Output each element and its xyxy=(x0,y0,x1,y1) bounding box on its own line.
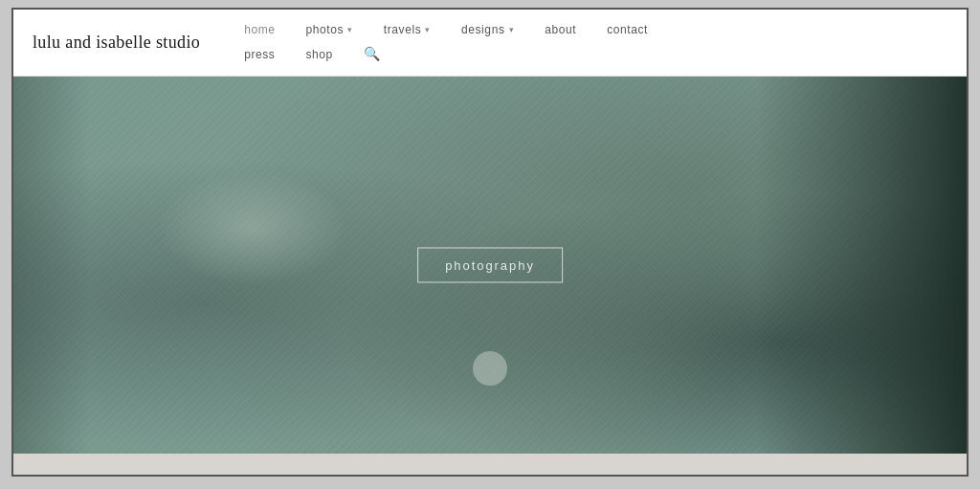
nav-item-contact[interactable]: contact xyxy=(591,19,663,40)
chevron-icon: ▾ xyxy=(347,25,353,34)
chevron-icon: ▾ xyxy=(425,25,431,34)
nav-row-1: home photos ▾ travels ▾ designs ▾ about … xyxy=(229,19,947,40)
site-title: lulu and isabelle studio xyxy=(33,33,200,53)
photography-button[interactable]: photography xyxy=(417,248,563,283)
nav-item-photos[interactable]: photos ▾ xyxy=(291,19,368,40)
nav-item-press[interactable]: press xyxy=(229,44,290,65)
nav-item-travels[interactable]: travels ▾ xyxy=(368,19,446,40)
browser-frame: lulu and isabelle studio home photos ▾ t… xyxy=(11,8,969,477)
hero-section: photography xyxy=(13,77,967,454)
nav-item-designs[interactable]: designs ▾ xyxy=(446,19,529,40)
hero-dot-indicator[interactable] xyxy=(473,351,507,386)
hero-dark-overlay-left xyxy=(13,77,90,454)
nav-container: home photos ▾ travels ▾ designs ▾ about … xyxy=(229,19,947,66)
nav-item-about[interactable]: about xyxy=(529,19,591,40)
hero-light-spot xyxy=(156,170,347,285)
nav-item-home[interactable]: home xyxy=(229,19,290,40)
search-icon[interactable]: 🔍 xyxy=(348,42,395,66)
nav-bar: lulu and isabelle studio home photos ▾ t… xyxy=(13,10,967,77)
bottom-strip xyxy=(13,454,967,475)
nav-item-shop[interactable]: shop xyxy=(290,44,347,65)
nav-row-2: press shop 🔍 xyxy=(229,42,947,66)
hero-dark-overlay-right xyxy=(756,77,967,454)
chevron-icon: ▾ xyxy=(509,25,515,34)
